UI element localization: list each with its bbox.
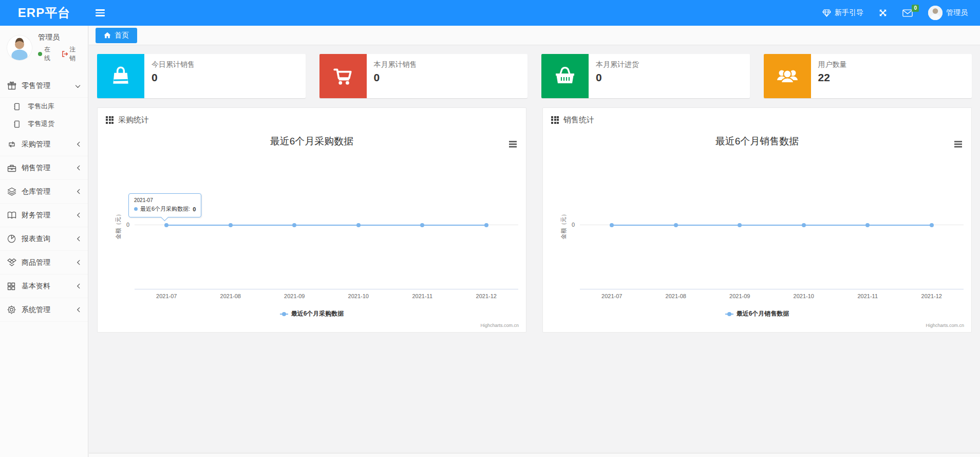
sidebar: 管理员 在线 注销 零售管理 (0, 26, 88, 457)
chevron-down-icon (75, 82, 81, 90)
stat-value: 0 (374, 71, 417, 84)
x-axis-label: 2021-11 (836, 293, 900, 299)
sidebar-item-label: 销售管理 (22, 163, 50, 173)
data-point[interactable] (484, 223, 488, 227)
briefcase-icon (7, 163, 16, 173)
fullscreen-icon (879, 9, 887, 17)
sidebar-item-label: 零售退货 (28, 119, 54, 129)
data-point[interactable] (738, 223, 742, 227)
stat-label: 用户数量 (818, 60, 847, 69)
logout-label: 注销 (69, 45, 82, 63)
sidebar-item-sales[interactable]: 销售管理 (0, 156, 88, 180)
sidebar-toggle-button[interactable] (88, 0, 112, 26)
data-point[interactable] (229, 223, 233, 227)
logout-link[interactable]: 注销 (62, 45, 82, 63)
plot-area (135, 157, 518, 289)
sidebar-item-retail-outbound[interactable]: 零售出库 (0, 98, 88, 115)
gem-icon (822, 9, 831, 17)
legend-item[interactable]: 最近6个月销售数据 (543, 309, 971, 318)
chevron-left-icon (77, 259, 81, 267)
x-axis-label: 2021-10 (327, 293, 391, 299)
online-status-label: 在线 (44, 45, 56, 63)
y-axis-tick: 0 (98, 222, 129, 228)
book-icon (7, 211, 16, 220)
app-logo[interactable]: ERP平台 (0, 5, 88, 21)
data-point[interactable] (610, 223, 614, 227)
data-point[interactable] (802, 223, 806, 227)
stat-card-month-purchase: 本月累计进货 0 (541, 54, 750, 98)
fullscreen-button[interactable] (879, 9, 887, 17)
x-axis-label: 2021-08 (644, 293, 708, 299)
sidebar-item-system[interactable]: 系统管理 (0, 298, 88, 322)
retail-submenu: 零售出库 零售退货 (0, 98, 88, 133)
user-menu[interactable]: 管理员 (928, 6, 968, 20)
legend-marker-icon (725, 312, 733, 316)
layers-icon (7, 187, 16, 196)
data-point[interactable] (164, 223, 168, 227)
shopping-cart-icon (319, 54, 367, 98)
chevron-left-icon (77, 235, 81, 243)
mail-icon (902, 9, 913, 17)
home-icon (104, 32, 111, 39)
newbie-guide-label: 新手引导 (835, 8, 863, 17)
chart-context-menu-button[interactable] (509, 140, 517, 149)
logout-icon (62, 51, 68, 57)
mail-count-badge: 0 (912, 5, 919, 12)
sidebar-item-label: 仓库管理 (22, 187, 50, 196)
gear-icon (7, 305, 16, 315)
stat-value: 22 (818, 71, 847, 84)
legend-marker-icon (280, 312, 288, 316)
chart-credits[interactable]: Highcharts.com.cn (480, 323, 519, 328)
x-axis-label: 2021-09 (262, 293, 327, 299)
newbie-guide-button[interactable]: 新手引导 (822, 8, 863, 17)
chart-credits[interactable]: Highcharts.com.cn (926, 323, 964, 328)
dropbox-icon (7, 258, 16, 267)
tab-home[interactable]: 首页 (96, 28, 137, 43)
tooltip-series-label: 最近6个月采购数据: (140, 205, 190, 213)
messages-button[interactable]: 0 (902, 9, 913, 17)
sidebar-item-products[interactable]: 商品管理 (0, 251, 88, 275)
data-point[interactable] (292, 223, 296, 227)
tab-bar: 首页 (89, 26, 980, 45)
chart-title: 最近6个月采购数据 (98, 135, 526, 148)
chart-context-menu-button[interactable] (954, 140, 962, 149)
data-point[interactable] (865, 223, 870, 227)
sidebar-item-basic-data[interactable]: 基本资料 (0, 275, 88, 298)
shopping-bag-icon (97, 54, 144, 98)
sidebar-item-reports[interactable]: 报表查询 (0, 227, 88, 251)
stat-label: 今日累计销售 (152, 60, 195, 69)
panel-title: 采购统计 (118, 115, 149, 125)
sidebar-item-retail[interactable]: 零售管理 (0, 74, 88, 98)
file-icon (13, 119, 23, 129)
avatar (928, 6, 943, 20)
sidebar-item-label: 财务管理 (22, 211, 50, 220)
data-point[interactable] (674, 223, 678, 227)
sidebar-item-finance[interactable]: 财务管理 (0, 204, 88, 227)
x-axis-labels: 2021-072021-082021-092021-102021-112021-… (135, 293, 518, 299)
legend-item[interactable]: 最近6个月采购数据 (98, 309, 526, 318)
grid-icon (7, 282, 16, 291)
sidebar-item-retail-return[interactable]: 零售退货 (0, 115, 88, 133)
data-point[interactable] (420, 223, 424, 227)
tab-home-label: 首页 (115, 31, 129, 40)
sidebar-item-purchase[interactable]: 采购管理 (0, 133, 88, 156)
sidebar-item-warehouse[interactable]: 仓库管理 (0, 180, 88, 204)
user-name: 管理员 (38, 33, 82, 42)
x-axis-labels: 2021-072021-082021-092021-102021-112021-… (580, 293, 964, 299)
sidebar-menu: 零售管理 零售出库 (0, 74, 88, 322)
chart-tooltip: 2021-07 最近6个月采购数据: 0 (128, 193, 201, 217)
tooltip-header: 2021-07 (134, 197, 196, 203)
chevron-left-icon (77, 188, 81, 196)
series-line (166, 225, 486, 226)
chart-panels-row: 采购统计 最近6个月采购数据 金额（元） 0 2021-07 最近6个月采购数据… (97, 107, 972, 333)
x-axis-label: 2021-11 (390, 293, 455, 299)
x-axis-label: 2021-12 (455, 293, 519, 299)
chevron-left-icon (77, 282, 81, 290)
tooltip-value: 0 (193, 206, 196, 212)
data-point[interactable] (356, 223, 361, 227)
x-axis-label: 2021-10 (772, 293, 836, 299)
gift-icon (7, 81, 16, 90)
x-axis-label: 2021-07 (135, 293, 199, 299)
data-point[interactable] (930, 223, 934, 227)
x-axis-label: 2021-09 (708, 293, 772, 299)
